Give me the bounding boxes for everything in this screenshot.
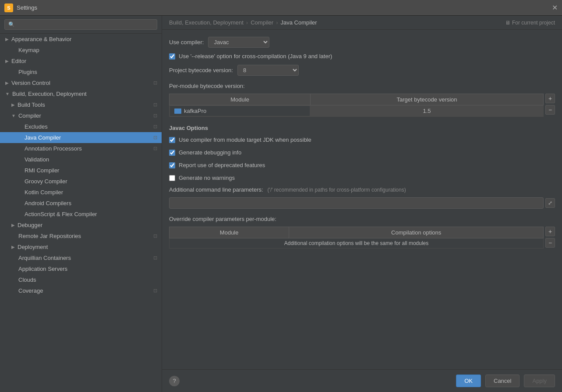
sidebar-item-editor[interactable]: ▶Editor: [0, 56, 162, 66]
module-table-section: Module Target bytecode version kafkaPro …: [169, 94, 555, 117]
app-icon: S: [4, 4, 13, 12]
remove-module-button[interactable]: −: [545, 105, 555, 115]
module-table: Module Target bytecode version kafkaPro …: [169, 94, 544, 117]
sidebar-item-version-control[interactable]: ▶Version Control⊡: [0, 77, 162, 88]
arrow-icon: ▼: [5, 91, 10, 96]
bytecode-version-label: Project bytecode version:: [169, 67, 233, 74]
nav-tree: ▶Appearance & BehaviorKeymap▶EditorPlugi…: [0, 34, 162, 296]
version-cell: 1.5: [311, 105, 544, 117]
copy-icon: ⊡: [153, 146, 157, 151]
sidebar-item-label: Build Tools: [18, 102, 45, 108]
cmd-hint: ('/' recommended in paths for cross-plat…: [268, 187, 406, 193]
cmd-input-row: ⤢: [169, 197, 555, 209]
for-project-label: For current project: [512, 20, 555, 26]
sidebar-item-label: Excludes: [25, 123, 48, 130]
help-button[interactable]: ?: [169, 376, 180, 386]
gen-debug-info-row: Generate debugging info: [169, 148, 555, 157]
sidebar-item-compiler[interactable]: ▼Compiler⊡: [0, 110, 162, 121]
sidebar-item-deployment[interactable]: ▶Deployment: [0, 242, 162, 252]
module-icon: [174, 108, 181, 114]
breadcrumb-sep-2: ›: [276, 19, 278, 26]
sidebar-item-arquillian[interactable]: Arquillian Containers⊡: [0, 252, 162, 263]
sidebar-item-keymap[interactable]: Keymap: [0, 45, 162, 56]
breadcrumb: Build, Execution, Deployment › Compiler …: [162, 16, 562, 30]
close-button[interactable]: ✕: [552, 4, 558, 12]
gen-debug-info-checkbox[interactable]: [169, 150, 175, 156]
sidebar-item-build-tools[interactable]: ▶Build Tools⊡: [0, 99, 162, 110]
search-input[interactable]: [4, 19, 157, 30]
sidebar-item-label: Groovy Compiler: [25, 178, 67, 185]
sidebar-item-plugins[interactable]: Plugins: [0, 66, 162, 77]
sidebar-item-label: Build, Execution, Deployment: [12, 91, 87, 97]
report-deprecated-checkbox[interactable]: [169, 162, 175, 168]
add-module-button[interactable]: +: [545, 94, 555, 103]
gen-no-warnings-checkbox[interactable]: [169, 175, 175, 181]
cmd-input[interactable]: [169, 197, 544, 209]
sidebar-item-label: Android Compilers: [25, 200, 71, 206]
override-table-section: Module Compilation options Additional co…: [169, 227, 555, 248]
cross-compile-checkbox[interactable]: [169, 53, 175, 60]
sidebar-item-app-servers[interactable]: Application Servers: [0, 263, 162, 274]
use-compiler-row: Use compiler: Javac Eclipse Ajc: [169, 37, 555, 48]
javac-options-header: Javac Options: [169, 125, 555, 131]
remove-override-button[interactable]: −: [545, 238, 555, 248]
add-override-button[interactable]: +: [545, 227, 555, 236]
sidebar-item-label: Deployment: [18, 244, 48, 250]
bytecode-version-row: Project bytecode version: 8 11 17 21: [169, 65, 555, 76]
sidebar-item-label: Compiler: [18, 112, 41, 119]
sidebar-item-label: Remote Jar Repositories: [18, 233, 81, 239]
sidebar-item-validation[interactable]: Validation: [0, 154, 162, 165]
table-row[interactable]: kafkaPro 1.5: [170, 105, 544, 117]
sidebar-item-kotlin-compiler[interactable]: Kotlin Compiler: [0, 187, 162, 198]
use-compiler-jdk-label[interactable]: Use compiler from module target JDK when…: [179, 136, 311, 143]
sidebar-item-label: Appearance & Behavior: [11, 36, 71, 42]
sidebar-item-excludes[interactable]: Excludes⊡: [0, 121, 162, 132]
expand-button[interactable]: ⤢: [545, 198, 555, 208]
sidebar-item-label: Annotation Processors: [25, 145, 82, 152]
sidebar-item-rmi-compiler[interactable]: RMI Compiler: [0, 165, 162, 176]
sidebar-item-appearance[interactable]: ▶Appearance & Behavior: [0, 34, 162, 45]
copy-icon: ⊡: [153, 255, 157, 261]
module-table-container: Module Target bytecode version kafkaPro …: [169, 94, 544, 117]
sidebar-item-android-compilers[interactable]: Android Compilers: [0, 198, 162, 209]
search-bar: [0, 16, 162, 34]
bytecode-version-select[interactable]: 8 11 17 21: [237, 65, 299, 76]
copy-icon: ⊡: [153, 113, 157, 119]
arrow-icon: ▶: [11, 223, 15, 228]
sidebar-item-label: Coverage: [18, 287, 43, 294]
sidebar-item-label: Keymap: [18, 47, 39, 53]
sidebar-item-clouds[interactable]: Clouds: [0, 274, 162, 285]
sidebar-item-groovy-compiler[interactable]: Groovy Compiler: [0, 176, 162, 187]
arrow-icon: ▶: [5, 59, 9, 63]
bottom-bar: ? OK Cancel Apply: [162, 369, 562, 392]
sidebar-item-coverage[interactable]: Coverage⊡: [0, 285, 162, 296]
gen-debug-info-label[interactable]: Generate debugging info: [179, 149, 241, 156]
override-table-container: Module Compilation options Additional co…: [169, 227, 544, 248]
sidebar-item-remote-jar[interactable]: Remote Jar Repositories⊡: [0, 231, 162, 242]
cross-compile-label[interactable]: Use '--release' option for cross-compila…: [179, 53, 332, 60]
module-name: kafkaPro: [184, 108, 206, 114]
use-compiler-jdk-row: Use compiler from module target JDK when…: [169, 136, 555, 144]
arrow-icon: ▼: [11, 113, 16, 118]
sidebar-item-build-exec-deploy[interactable]: ▼Build, Execution, Deployment: [0, 88, 162, 99]
sidebar-item-annotation-processors[interactable]: Annotation Processors⊡: [0, 143, 162, 154]
use-compiler-select[interactable]: Javac Eclipse Ajc: [208, 37, 269, 48]
content-area: Use compiler: Javac Eclipse Ajc Use '--r…: [162, 30, 562, 369]
ok-button[interactable]: OK: [456, 374, 481, 387]
arrow-icon: ▶: [5, 37, 9, 42]
additional-cmd-label: Additional command line parameters:: [169, 186, 263, 193]
sidebar-item-label: Version Control: [11, 80, 50, 86]
project-icon: 🖥: [505, 20, 510, 26]
apply-button[interactable]: Apply: [524, 374, 555, 387]
sidebar-item-debugger[interactable]: ▶Debugger: [0, 220, 162, 231]
sidebar-item-java-compiler[interactable]: Java Compiler⊡: [0, 132, 162, 143]
gen-no-warnings-label[interactable]: Generate no warnings: [179, 175, 235, 181]
use-compiler-jdk-checkbox[interactable]: [169, 137, 175, 143]
override-compilation-col-header: Compilation options: [289, 227, 544, 238]
report-deprecated-label[interactable]: Report use of deprecated features: [179, 162, 265, 168]
sidebar-item-actionscript-flex[interactable]: ActionScript & Flex Compiler: [0, 209, 162, 220]
cancel-button[interactable]: Cancel: [485, 374, 520, 387]
sidebar-item-label: Plugins: [18, 69, 37, 75]
empty-hint: Additional compilation options will be t…: [170, 238, 544, 248]
override-table: Module Compilation options Additional co…: [169, 227, 544, 248]
